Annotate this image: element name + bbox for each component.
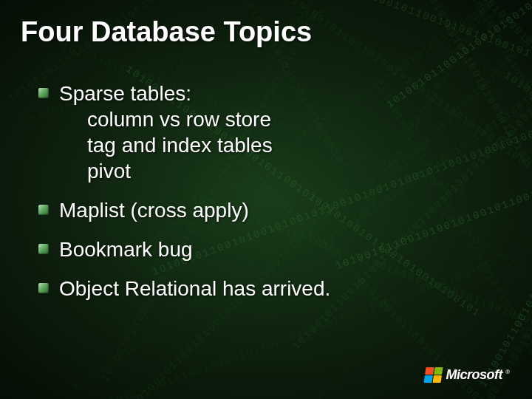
item-text: Maplist (cross apply) bbox=[59, 197, 249, 223]
item-text: Bookmark bug bbox=[59, 236, 193, 262]
content-list: Sparse tables: column vs row store tag a… bbox=[21, 81, 511, 301]
list-item: Sparse tables: column vs row store tag a… bbox=[38, 81, 511, 184]
item-label: Maplist (cross apply) bbox=[59, 199, 249, 222]
item-subline: tag and index tables bbox=[59, 132, 273, 158]
logo-text: Microsoft bbox=[446, 367, 503, 383]
slide-title: Four Database Topics bbox=[21, 16, 511, 48]
item-label: Object Relational has arrived. bbox=[59, 277, 330, 300]
bullet-icon bbox=[38, 88, 49, 98]
item-label: Sparse tables: bbox=[59, 82, 191, 105]
item-text: Sparse tables: column vs row store tag a… bbox=[59, 81, 273, 184]
registered-mark: ® bbox=[505, 369, 510, 375]
bullet-icon bbox=[38, 244, 49, 254]
microsoft-logo: Microsoft ® bbox=[425, 367, 510, 383]
item-label: Bookmark bug bbox=[59, 238, 193, 261]
slide-container: Four Database Topics Sparse tables: colu… bbox=[0, 0, 532, 399]
item-text: Object Relational has arrived. bbox=[59, 276, 330, 301]
item-subline: column vs row store bbox=[59, 106, 273, 132]
bullet-icon bbox=[38, 283, 49, 293]
microsoft-flag-icon bbox=[423, 367, 443, 383]
item-subline: pivot bbox=[59, 158, 273, 184]
list-item: Bookmark bug bbox=[38, 236, 511, 262]
list-item: Maplist (cross apply) bbox=[38, 197, 511, 223]
bullet-icon bbox=[38, 205, 49, 215]
list-item: Object Relational has arrived. bbox=[38, 276, 511, 301]
